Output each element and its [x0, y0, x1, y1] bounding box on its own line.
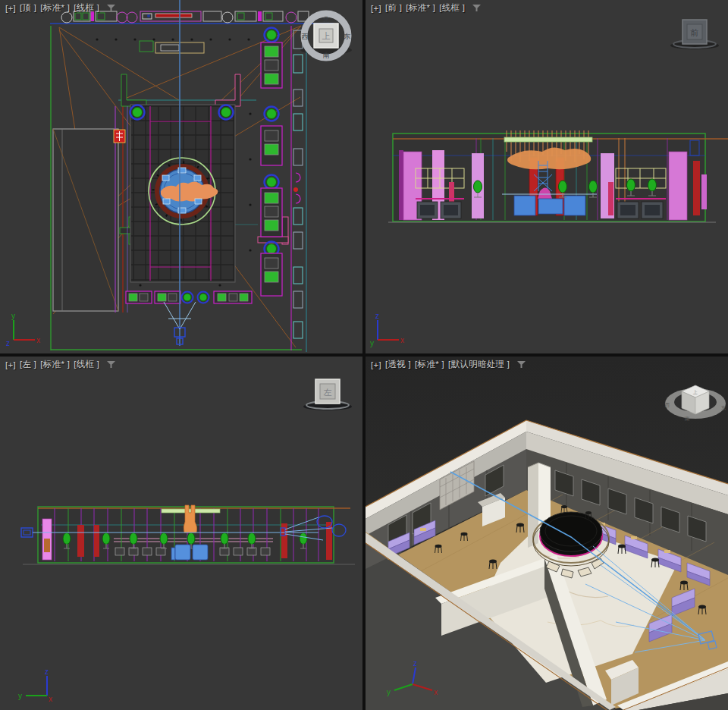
- viewport-label-perspective: [+] [透视 ] [标准* ] [默认明暗处理 ]: [371, 359, 526, 370]
- viewport-menu-button[interactable]: [+]: [5, 360, 16, 369]
- svg-text:y: y: [11, 312, 15, 320]
- svg-text:y: y: [370, 339, 374, 347]
- left-scene-canvas[interactable]: z y x 左: [0, 357, 362, 710]
- blue-seats[interactable]: [171, 545, 208, 560]
- front-scene-canvas[interactable]: z x y 前: [366, 0, 728, 353]
- viewport-perspective[interactable]: z x y 西 东 南 上 [+] [透视 ] [标准* ] [默认明暗处理 ]: [366, 357, 728, 710]
- svg-text:x: x: [36, 336, 40, 344]
- panel-inset: [44, 539, 50, 552]
- viewport-style-button[interactable]: [标准* ]: [40, 2, 70, 14]
- viewcube-top[interactable]: 北 南 西 东 上: [300, 14, 352, 59]
- viewport-shading-button[interactable]: [默认明暗处理 ]: [448, 359, 510, 370]
- viewport-style-button[interactable]: [标准* ]: [40, 359, 70, 370]
- light-beam[interactable]: [162, 509, 220, 513]
- viewcube-face-label: 前: [690, 28, 699, 37]
- compass-east-label: 东: [344, 33, 351, 40]
- filter-funnel-icon[interactable]: [106, 360, 116, 369]
- viewcube-face-label: 上: [692, 390, 698, 394]
- compass-west-label: 西: [302, 33, 309, 40]
- left-wall[interactable]: [53, 106, 123, 313]
- crimson-divider-right[interactable]: [608, 182, 613, 215]
- svg-text:y: y: [18, 692, 22, 700]
- viewport-view-button[interactable]: [顶 ]: [20, 2, 36, 14]
- viewcube-face-label: 上: [322, 31, 331, 40]
- left-elevation[interactable]: [21, 505, 355, 564]
- viewport-top[interactable]: y x z 北 南 西 东 上 [+] [顶 ] [标准* ] [线框 ]: [0, 0, 362, 353]
- filter-funnel-icon[interactable]: [472, 4, 482, 12]
- viewport-shading-button[interactable]: [线框 ]: [74, 359, 99, 370]
- compass-south-label: 南: [323, 52, 330, 59]
- viewport-label-front: [+] [前 ] [标准* ] [线框 ]: [371, 2, 482, 14]
- filter-funnel-icon[interactable]: [516, 360, 526, 369]
- viewport-view-button[interactable]: [左 ]: [20, 359, 36, 370]
- viewport-style-button[interactable]: [标准* ]: [406, 2, 435, 14]
- viewport-view-button[interactable]: [前 ]: [385, 2, 402, 14]
- viewport-menu-button[interactable]: [+]: [5, 4, 16, 13]
- viewport-left[interactable]: z y x 左 [+] [左 ] [标准* ] [线框 ]: [0, 357, 362, 710]
- viewport-label-left: [+] [左 ] [标准* ] [线框 ]: [5, 359, 116, 370]
- compass-north-label: 北: [323, 16, 330, 24]
- viewport-label-top: [+] [顶 ] [标准* ] [线框 ]: [5, 2, 116, 14]
- light-beam[interactable]: [504, 137, 592, 142]
- viewport-shading-button[interactable]: [线框 ]: [439, 2, 465, 14]
- compass-south-label: 南: [685, 416, 690, 421]
- viewport-menu-button[interactable]: [+]: [371, 360, 381, 369]
- svg-text:z: z: [413, 659, 417, 668]
- fire-hydrant-marker[interactable]: [114, 130, 125, 143]
- svg-text:y: y: [387, 688, 391, 696]
- viewport-front[interactable]: z x y 前 [+] [前 ] [标准* ] [线框 ]: [366, 0, 728, 353]
- svg-text:x: x: [434, 688, 438, 696]
- perspective-scene-canvas[interactable]: z x y 西 东 南 上: [366, 357, 728, 710]
- viewport-menu-button[interactable]: [+]: [371, 4, 381, 13]
- svg-text:z: z: [375, 312, 379, 320]
- front-elevation[interactable]: [388, 130, 728, 222]
- compass-east-label: 东: [721, 405, 726, 410]
- compass-west-label: 西: [664, 402, 670, 407]
- svg-text:x: x: [400, 336, 404, 344]
- top-scene-canvas[interactable]: y x z 北 南 西 东 上: [0, 0, 362, 353]
- svg-text:x: x: [49, 695, 52, 703]
- max-viewport-layout: y x z 北 南 西 东 上 [+] [顶 ] [标准* ] [线框 ]: [0, 0, 728, 710]
- svg-text:z: z: [45, 668, 49, 676]
- svg-text:z: z: [6, 339, 10, 347]
- viewcube-face-label: 左: [324, 388, 332, 397]
- viewport-style-button[interactable]: [标准* ]: [415, 359, 444, 370]
- filter-funnel-icon[interactable]: [106, 4, 116, 12]
- viewport-view-button[interactable]: [透视 ]: [385, 359, 411, 370]
- viewport-shading-button[interactable]: [线框 ]: [74, 2, 99, 14]
